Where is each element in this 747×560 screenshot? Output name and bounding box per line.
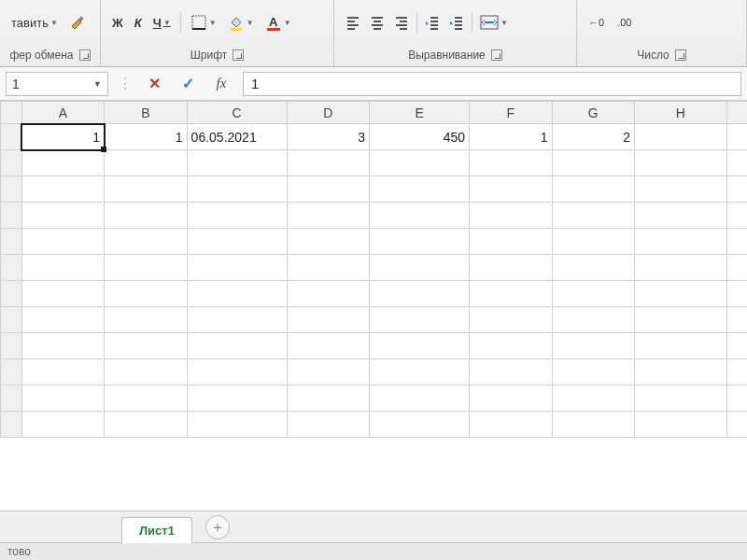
cell[interactable] <box>552 307 634 333</box>
cell[interactable] <box>105 255 187 281</box>
cell[interactable] <box>635 281 727 307</box>
cell[interactable] <box>187 359 287 385</box>
cell[interactable] <box>187 203 287 229</box>
cell[interactable] <box>635 385 727 412</box>
cell[interactable] <box>287 385 369 412</box>
cell[interactable] <box>21 176 104 203</box>
cell[interactable] <box>370 333 470 359</box>
dialog-launcher-icon[interactable] <box>675 49 686 61</box>
cell[interactable] <box>470 281 552 307</box>
cell[interactable] <box>187 385 287 412</box>
row-header[interactable] <box>1 359 22 385</box>
cell[interactable] <box>21 255 104 281</box>
col-header-B[interactable]: B <box>105 102 187 124</box>
row-header[interactable] <box>1 176 22 203</box>
cell[interactable] <box>105 412 187 438</box>
cell[interactable] <box>370 281 470 307</box>
cell[interactable] <box>726 229 747 255</box>
align-left-button[interactable] <box>344 13 362 32</box>
decrease-decimal-button[interactable]: .00 <box>615 15 633 30</box>
cell[interactable] <box>105 176 187 203</box>
cell[interactable] <box>21 359 104 385</box>
row-header[interactable] <box>1 203 22 229</box>
dialog-launcher-icon[interactable] <box>491 49 502 61</box>
cell[interactable] <box>287 333 369 359</box>
cell-C1[interactable]: 06.05.2021 <box>187 124 287 150</box>
font-color-button[interactable]: А ▼ <box>263 12 293 33</box>
cell[interactable] <box>105 229 187 255</box>
paste-button[interactable]: тавить ▼ <box>9 14 60 32</box>
cell[interactable] <box>552 412 634 438</box>
cell[interactable] <box>635 359 727 385</box>
cell-G1[interactable]: 2 <box>552 124 634 150</box>
cell[interactable] <box>21 385 104 412</box>
cell-F1[interactable]: 1 <box>470 124 552 150</box>
cell[interactable] <box>726 359 747 385</box>
confirm-button[interactable]: ✓ <box>176 72 200 96</box>
cell[interactable] <box>287 359 369 385</box>
cell[interactable] <box>105 150 187 176</box>
row-header[interactable] <box>1 150 22 176</box>
cell[interactable] <box>187 412 287 438</box>
col-header-G[interactable]: G <box>552 102 634 124</box>
col-header-E[interactable]: E <box>370 102 470 124</box>
row-header[interactable] <box>1 333 22 359</box>
cell[interactable] <box>287 412 369 438</box>
cell[interactable] <box>105 203 187 229</box>
italic-button[interactable]: К <box>133 14 144 32</box>
borders-button[interactable]: ▼ <box>189 12 218 33</box>
cell[interactable] <box>287 255 369 281</box>
cell[interactable] <box>635 333 727 359</box>
cell[interactable] <box>370 385 470 412</box>
fill-color-button[interactable]: ▼ <box>226 12 256 33</box>
cell[interactable] <box>370 176 470 203</box>
cell-A1[interactable]: 1 <box>21 124 104 150</box>
cell[interactable] <box>187 255 287 281</box>
cell[interactable] <box>21 412 104 438</box>
cell[interactable] <box>470 203 552 229</box>
cell[interactable] <box>726 281 747 307</box>
cell[interactable] <box>187 307 287 333</box>
cell[interactable] <box>105 307 187 333</box>
row-header-1[interactable] <box>1 124 22 150</box>
bold-button[interactable]: Ж <box>110 14 125 32</box>
cell[interactable] <box>552 229 634 255</box>
chevron-down-icon[interactable]: ▼ <box>93 79 102 89</box>
dialog-launcher-icon[interactable] <box>79 49 91 61</box>
cell[interactable] <box>726 307 747 333</box>
cell[interactable] <box>635 150 727 176</box>
increase-indent-button[interactable] <box>447 13 466 32</box>
cell[interactable] <box>470 359 552 385</box>
cancel-button[interactable]: ✕ <box>142 72 166 96</box>
align-center-button[interactable] <box>368 13 387 32</box>
cell[interactable] <box>470 229 552 255</box>
underline-button[interactable]: Ч▼ <box>151 14 173 32</box>
formula-input[interactable]: 1 <box>243 72 741 96</box>
cell[interactable] <box>635 229 727 255</box>
row-header[interactable] <box>1 385 22 412</box>
row-header[interactable] <box>1 229 22 255</box>
cell-E1[interactable]: 450 <box>370 124 470 150</box>
cell[interactable] <box>552 359 634 385</box>
cell[interactable] <box>635 307 727 333</box>
cell[interactable] <box>552 255 634 281</box>
cell[interactable] <box>105 385 187 412</box>
cell-D1[interactable]: 3 <box>287 124 369 150</box>
cell[interactable] <box>726 150 747 176</box>
cell[interactable] <box>370 412 470 438</box>
cell[interactable] <box>726 203 747 229</box>
cell[interactable] <box>552 333 634 359</box>
cell[interactable] <box>187 281 287 307</box>
cell[interactable] <box>635 412 727 438</box>
increase-decimal-button[interactable]: ←0 <box>586 15 606 30</box>
dialog-launcher-icon[interactable] <box>233 49 244 61</box>
cell[interactable] <box>552 150 634 176</box>
cell[interactable] <box>370 307 470 333</box>
cell[interactable] <box>21 307 104 333</box>
cell[interactable] <box>21 229 104 255</box>
cell[interactable] <box>21 203 104 229</box>
cell[interactable] <box>635 255 727 281</box>
col-header-next[interactable] <box>726 102 747 124</box>
cell[interactable] <box>21 333 104 359</box>
cell[interactable] <box>470 255 552 281</box>
